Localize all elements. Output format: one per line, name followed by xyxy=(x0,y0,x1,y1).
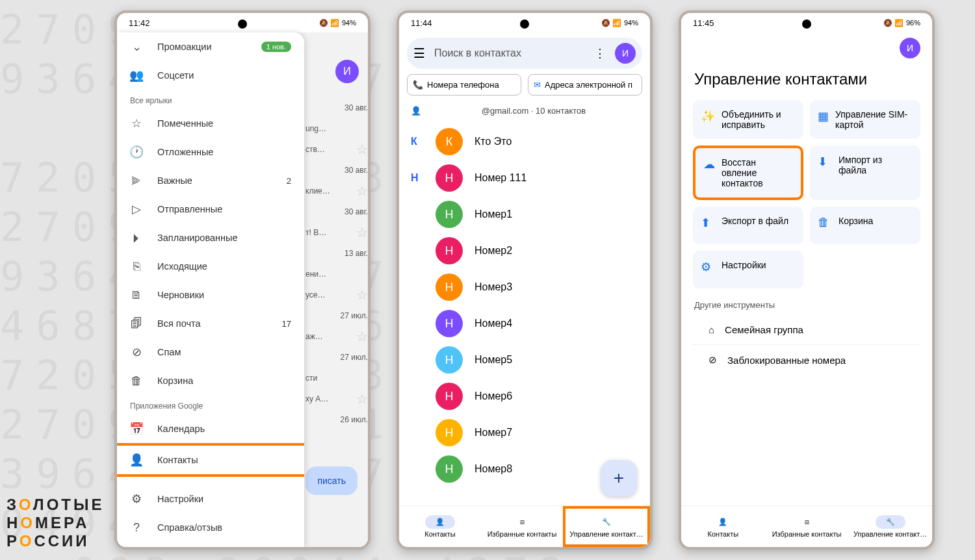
contact-name: Номер 111 xyxy=(474,172,526,184)
tile-label: Восстан овление контактов xyxy=(722,157,793,188)
tile-label: Настройки xyxy=(722,260,766,270)
drawer-allmail[interactable]: 🗐Вся почта17 xyxy=(117,309,304,338)
drawer-social[interactable]: 👥Соцсети xyxy=(117,61,304,90)
trash-icon: 🗑 xyxy=(130,374,143,387)
nav-manage[interactable]: 🔧Управление контакт… xyxy=(848,506,932,547)
send-icon: ▷ xyxy=(130,203,143,216)
file-icon: 🗎 xyxy=(130,288,143,301)
tile-1[interactable]: ▦Управление SIM-картой xyxy=(810,100,920,139)
tile-label: Управление SIM-картой xyxy=(835,109,913,130)
bottom-nav: 👤Контакты ⧇Избранные контакты 🔧Управлени… xyxy=(681,505,932,547)
star-box-icon: ⧇ xyxy=(510,515,535,529)
drawer-calendar[interactable]: 📅Календарь xyxy=(117,414,304,443)
drawer-drafts[interactable]: 🗎Черновики xyxy=(117,281,304,309)
tile-0[interactable]: ✨Объединить и исправить xyxy=(693,100,803,139)
tile-icon: ⚙ xyxy=(701,260,715,274)
contact-row[interactable]: Н Номер5 xyxy=(399,342,650,378)
nav-contacts[interactable]: 👤Контакты xyxy=(399,506,481,547)
tile-icon: ✨ xyxy=(701,109,715,123)
contact-name: Номер3 xyxy=(474,281,512,293)
tile-5[interactable]: 🗑Корзина xyxy=(810,207,920,244)
section-letter: Н xyxy=(411,172,424,184)
section-other: Другие инструменты xyxy=(681,288,932,315)
contact-avatar: Н xyxy=(436,201,463,228)
drawer-sent[interactable]: ▷Отправленные xyxy=(117,195,304,223)
drawer-scheduled[interactable]: ⏵Запланированные xyxy=(117,223,304,252)
drawer-outbox[interactable]: ⎘Исходящие xyxy=(117,252,304,281)
menu-icon[interactable]: ☰ xyxy=(413,45,425,61)
drawer-help[interactable]: ?Справка/отзыв xyxy=(117,513,304,542)
contact-avatar: Н xyxy=(436,455,463,483)
logo: ЗОЛОТЫЕ НОМЕРА РОССИИ xyxy=(6,496,104,550)
contact-row[interactable]: Н Номер7 xyxy=(399,414,650,451)
chip-email[interactable]: ✉Адреса электронной п xyxy=(528,74,642,95)
drawer-important[interactable]: ⫸Важные2 xyxy=(117,166,304,195)
contact-row[interactable]: Н Номер1 xyxy=(399,196,650,233)
person-icon: 👤 xyxy=(425,515,455,529)
drawer-spam[interactable]: ⊘Спам xyxy=(117,338,304,366)
section-labels: Все ярлыки xyxy=(117,90,304,109)
tile-6[interactable]: ⚙Настройки xyxy=(693,251,803,288)
chip-phone[interactable]: 📞Номера телефона xyxy=(407,74,521,95)
camera-hole xyxy=(238,19,247,29)
tile-label: Корзина xyxy=(838,216,873,226)
nav-contacts[interactable]: 👤Контакты xyxy=(681,506,765,547)
star-box-icon: ⧇ xyxy=(794,515,820,529)
contact-avatar: Н xyxy=(436,237,463,264)
tile-icon: 🗑 xyxy=(818,216,832,229)
search-placeholder: Поиск в контактах xyxy=(434,47,585,59)
contact-row[interactable]: К К Кто Это xyxy=(399,123,650,160)
tile-2[interactable]: ☁Восстан овление контактов xyxy=(693,146,803,200)
contacts-icon: 👤 xyxy=(130,453,143,466)
drawer-trash[interactable]: 🗑Корзина xyxy=(117,366,304,395)
contact-avatar: К xyxy=(436,128,463,155)
calendar-icon: 📅 xyxy=(130,422,143,435)
tile-4[interactable]: ⬆Экспорт в файл xyxy=(693,207,803,244)
contact-name: Номер1 xyxy=(474,209,512,220)
account-row[interactable]: 👤 @gmail.com · 10 контактов xyxy=(399,102,650,123)
wrench-icon: 🔧 xyxy=(592,515,621,529)
tile-3[interactable]: ⬇Импорт из файла xyxy=(810,146,920,200)
drawer-promotions[interactable]: ⌄ Промоакции 1 нов. xyxy=(117,32,304,61)
more-icon[interactable]: ⋮ xyxy=(594,46,606,60)
help-icon: ? xyxy=(130,521,143,534)
contact-name: Номер4 xyxy=(474,318,512,329)
person-icon: 👤 xyxy=(708,515,738,529)
avatar[interactable]: И xyxy=(335,60,359,83)
contact-row[interactable]: Н Номер6 xyxy=(399,378,650,414)
contact-avatar: Н xyxy=(436,164,463,192)
contact-avatar: Н xyxy=(436,383,463,410)
outbox-icon: ⎘ xyxy=(130,260,143,273)
row-blocked[interactable]: ⊘Заблокированные номера xyxy=(693,345,920,375)
drawer-starred[interactable]: ☆Помеченные xyxy=(117,109,304,138)
avatar[interactable]: И xyxy=(900,38,920,58)
home-icon: ⌂ xyxy=(708,324,714,335)
drawer-settings[interactable]: ⚙Настройки xyxy=(117,485,304,513)
search-bar[interactable]: ☰ Поиск в контактах ⋮ И xyxy=(407,38,642,69)
add-contact-fab[interactable]: + xyxy=(601,460,637,496)
drawer-contacts[interactable]: 👤Контакты xyxy=(117,443,304,477)
contact-row[interactable]: Н Номер3 xyxy=(399,269,650,305)
nav-highlights[interactable]: ⧇Избранные контакты xyxy=(765,506,849,547)
email-icon: ✉ xyxy=(534,80,541,90)
camera-hole xyxy=(802,19,811,29)
spam-icon: ⊘ xyxy=(130,346,143,359)
contact-row[interactable]: Н Номер2 xyxy=(399,233,650,269)
drawer-snoozed[interactable]: 🕐Отложенные xyxy=(117,138,304,166)
contact-name: Кто Это xyxy=(474,136,512,147)
nav-highlights[interactable]: ⧇Избранные контакты xyxy=(481,506,563,547)
contact-row[interactable]: Н Н Номер 111 xyxy=(399,160,650,196)
person-icon: 👤 xyxy=(411,106,421,116)
compose-button[interactable]: писать xyxy=(306,466,358,495)
nav-manage[interactable]: 🔧Управление контакт… xyxy=(563,506,650,547)
tile-icon: ☁ xyxy=(703,157,715,172)
section-apps: Приложения Google xyxy=(117,395,304,414)
wrench-icon: 🔧 xyxy=(876,515,905,529)
avatar[interactable]: И xyxy=(615,43,636,64)
contact-name: Номер8 xyxy=(474,463,512,475)
contact-avatar: Н xyxy=(436,419,463,446)
contact-row[interactable]: Н Номер4 xyxy=(399,305,650,342)
chevron-down-icon: ⌄ xyxy=(130,40,143,53)
phone-3: 11:45 🔕 📶 96% И Управление контактами ✨О… xyxy=(679,10,935,550)
row-family[interactable]: ⌂Семейная группа xyxy=(693,315,920,345)
